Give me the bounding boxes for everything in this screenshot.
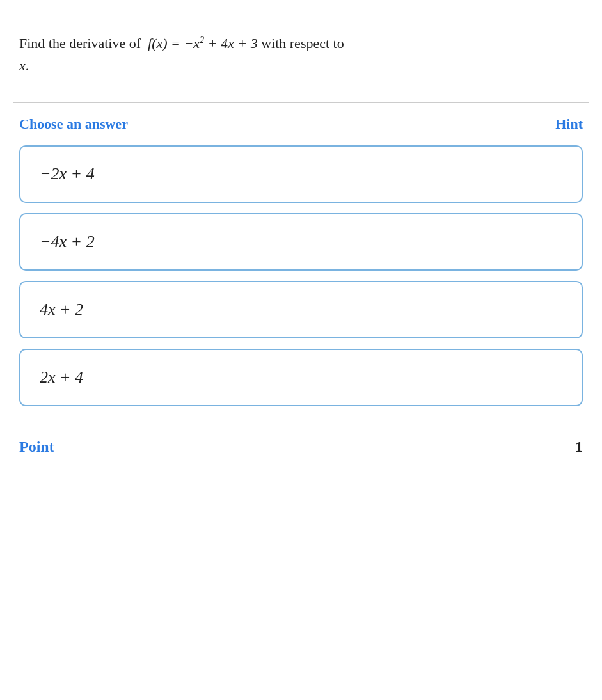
option-1-formula: −2x + 4 xyxy=(40,164,95,183)
answer-option-1[interactable]: −2x + 4 xyxy=(19,145,583,203)
point-label: Point xyxy=(19,438,54,456)
question-prefix: Find the derivative of xyxy=(19,35,141,51)
answer-option-3[interactable]: 4x + 2 xyxy=(19,281,583,338)
point-value: 1 xyxy=(575,438,583,456)
question-section: Find the derivative of f(x) = −x2 + 4x +… xyxy=(13,19,589,96)
question-variable: x xyxy=(19,58,26,74)
option-3-formula: 4x + 2 xyxy=(40,300,83,319)
question-formula: f(x) = −x2 + 4x + 3 xyxy=(145,35,262,51)
answer-section: Choose an answer Hint −2x + 4 −4x + 2 4x… xyxy=(13,116,589,406)
option-4-formula: 2x + 4 xyxy=(40,368,83,386)
option-2-formula: −4x + 2 xyxy=(40,232,95,251)
answer-options: −2x + 4 −4x + 2 4x + 2 2x + 4 xyxy=(19,145,583,406)
question-text: Find the derivative of f(x) = −x2 + 4x +… xyxy=(19,32,583,77)
answer-header: Choose an answer Hint xyxy=(19,116,583,132)
answer-option-4[interactable]: 2x + 4 xyxy=(19,349,583,406)
footer-section: Point 1 xyxy=(13,419,589,462)
section-divider xyxy=(13,102,589,103)
question-period: . xyxy=(26,58,29,74)
choose-label: Choose an answer xyxy=(19,116,128,132)
hint-button[interactable]: Hint xyxy=(555,116,583,132)
question-suffix: with respect to xyxy=(261,35,344,51)
answer-option-2[interactable]: −4x + 2 xyxy=(19,213,583,271)
